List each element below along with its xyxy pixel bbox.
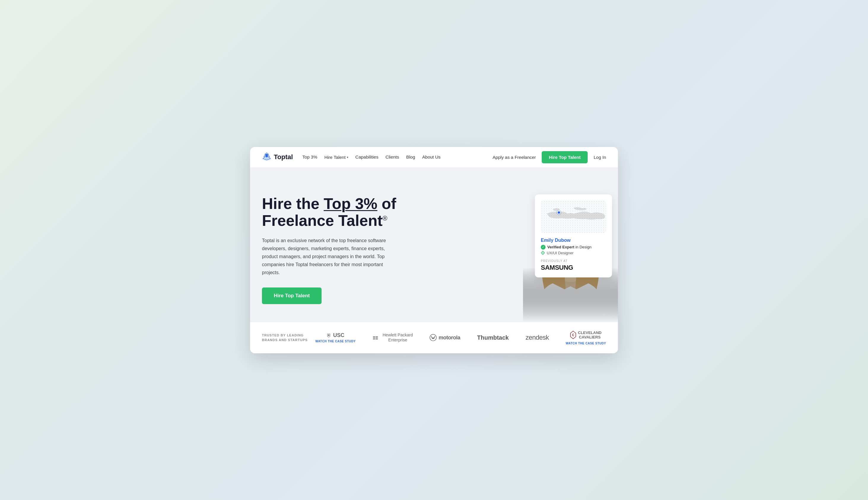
brand-hp: Hewlett PackardEnterprise [372, 332, 413, 343]
nav-link-top3[interactable]: Top 3% [302, 155, 317, 159]
thumbtack-logo-text: Thumbtack [477, 334, 509, 341]
login-link[interactable]: Log In [593, 155, 606, 160]
diamond-icon [541, 251, 545, 255]
hire-top-talent-button[interactable]: Hire Top Talent [542, 151, 588, 163]
hero-section: Hire the Top 3% of Freelance Talent® Top… [250, 168, 618, 322]
brand-zendesk: zendesk [526, 334, 549, 341]
svg-rect-17 [373, 338, 375, 338]
hp-logo-icon [372, 334, 381, 341]
nav-link-hire[interactable]: Hire Talent ▾ [324, 155, 348, 160]
map-location-dot [557, 211, 561, 214]
hero-heading: Hire the Top 3% of Freelance Talent® [262, 195, 410, 229]
zendesk-logo-text: zendesk [526, 334, 549, 341]
nav-link-about[interactable]: About Us [422, 155, 441, 159]
cavaliers-logo-text: CLEVELANDCAVALIERS [578, 330, 601, 339]
logo-link[interactable]: Toptal [262, 152, 293, 162]
nav-right: Apply as a Freelancer Hire Top Talent Lo… [492, 151, 606, 163]
motorola-logo-text: motorola [438, 334, 460, 341]
brand-motorola: motorola [430, 334, 460, 341]
chevron-down-icon: ▾ [347, 156, 348, 159]
hero-cta-button[interactable]: Hire Top Talent [262, 287, 322, 304]
designer-role: UX/UI Designer [541, 251, 606, 255]
verified-text: Verified Expert in Design [547, 245, 591, 249]
hero-visual: Emily Dubow ✓ Verified Expert in Design … [523, 185, 618, 322]
previously-at-label: PREVIOUSLY AT [541, 259, 606, 263]
nav-left: Toptal Top 3% Hire Talent ▾ Capabilities… [262, 152, 441, 162]
hero-description: Toptal is an exclusive network of the to… [262, 237, 392, 277]
nav-item-clients[interactable]: Clients [385, 155, 399, 160]
profile-name: Emily Dubow [541, 238, 606, 243]
brand-usc: ⛨ USC WATCH THE CASE STUDY [315, 332, 356, 343]
svg-rect-18 [373, 339, 375, 339]
nav-item-capabilities[interactable]: Capabilities [355, 155, 379, 160]
svg-rect-20 [376, 338, 378, 338]
navbar: Toptal Top 3% Hire Talent ▾ Capabilities… [250, 147, 618, 168]
profile-card: Emily Dubow ✓ Verified Expert in Design … [535, 194, 612, 277]
motorola-m-icon [430, 334, 437, 341]
trusted-section: TRUSTED BY LEADING BRANDS AND STARTUPS ⛨… [250, 322, 618, 353]
verified-check-icon: ✓ [541, 245, 546, 250]
samsung-logo: SAMSUNG [541, 264, 606, 272]
brand-thumbtack: Thumbtack [477, 334, 509, 341]
cavaliers-case-study-link[interactable]: WATCH THE CASE STUDY [566, 342, 606, 345]
usc-logo-text: USC [333, 332, 344, 339]
usc-case-study-link[interactable]: WATCH THE CASE STUDY [315, 340, 356, 343]
nav-link-clients[interactable]: Clients [385, 155, 399, 159]
toptal-logo-icon [262, 152, 271, 162]
nav-item-blog[interactable]: Blog [406, 155, 415, 160]
usc-shield-icon: ⛨ [326, 333, 331, 338]
svg-rect-21 [376, 339, 378, 339]
hero-content: Hire the Top 3% of Freelance Talent® Top… [262, 195, 410, 321]
verified-badge: ✓ Verified Expert in Design [541, 245, 606, 250]
browser-window: Toptal Top 3% Hire Talent ▾ Capabilities… [250, 147, 618, 353]
hp-logo-text: Hewlett PackardEnterprise [383, 332, 413, 343]
svg-rect-16 [373, 337, 375, 337]
brand-logos: ⛨ USC WATCH THE CASE STUDY Hewle [315, 330, 606, 345]
brand-cavaliers: C CLEVELANDCAVALIERS WATCH THE CASE STUD… [566, 330, 606, 345]
apply-freelancer-link[interactable]: Apply as a Freelancer [492, 155, 536, 160]
nav-link-capabilities[interactable]: Capabilities [355, 155, 379, 159]
cavaliers-logo-icon: C [570, 331, 576, 339]
world-map-svg [544, 202, 606, 231]
nav-item-hire[interactable]: Hire Talent ▾ [324, 155, 348, 160]
svg-text:C: C [572, 333, 574, 337]
svg-rect-19 [376, 337, 378, 337]
nav-links: Top 3% Hire Talent ▾ Capabilities Client… [302, 155, 441, 160]
nav-link-blog[interactable]: Blog [406, 155, 415, 159]
nav-item-about[interactable]: About Us [422, 155, 441, 160]
logo-text: Toptal [274, 153, 293, 161]
nav-item-top3[interactable]: Top 3% [302, 155, 317, 160]
trusted-label-text: TRUSTED BY LEADING BRANDS AND STARTUPS [262, 333, 315, 343]
trusted-label: TRUSTED BY LEADING BRANDS AND STARTUPS [262, 333, 315, 343]
map-area [541, 200, 606, 233]
